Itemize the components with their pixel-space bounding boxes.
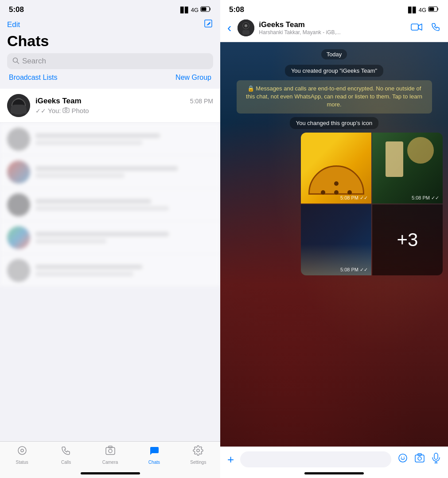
svg-rect-24 bbox=[242, 30, 249, 35]
chats-title: Chats bbox=[7, 32, 213, 50]
compose-icon[interactable] bbox=[203, 19, 213, 31]
network-label-right: 4G bbox=[419, 7, 426, 13]
chat-header-subtitle: Harshanki Takkar, Mayank - iGB,... bbox=[259, 29, 406, 35]
status-icons-left: ▊▊ 4G bbox=[180, 6, 211, 13]
chat-time: 5:08 PM bbox=[190, 98, 213, 105]
microphone-button[interactable] bbox=[431, 453, 441, 466]
check-marks-2: ✓✓ bbox=[431, 195, 439, 201]
photo-timestamp-1: 5:08 PM ✓✓ bbox=[340, 195, 368, 201]
blurred-content-3 bbox=[35, 199, 213, 211]
svg-rect-8 bbox=[14, 109, 23, 114]
svg-point-9 bbox=[17, 101, 20, 104]
blurred-content-1 bbox=[35, 133, 213, 145]
search-placeholder: Search bbox=[22, 57, 46, 66]
svg-point-25 bbox=[245, 25, 247, 27]
message-input[interactable] bbox=[240, 451, 391, 467]
svg-rect-15 bbox=[106, 447, 115, 454]
chat-header-info[interactable]: iGeeks Team Harshanki Takkar, Mayank - i… bbox=[259, 20, 406, 35]
settings-tab-icon bbox=[193, 445, 203, 458]
tab-camera[interactable]: Camera bbox=[88, 445, 132, 465]
chats-tab-icon bbox=[149, 445, 160, 458]
left-panel: 5:08 ▊▊ 4G Edit Ch bbox=[0, 0, 220, 478]
preview-text: Photo bbox=[71, 107, 89, 114]
phone-call-icon[interactable] bbox=[431, 22, 441, 34]
featured-chat-content: iGeeks Team 5:08 PM ✓✓ You: Photo bbox=[35, 97, 213, 114]
home-indicator-right bbox=[304, 472, 364, 474]
calls-tab-label: Calls bbox=[61, 460, 71, 465]
status-time-left: 5:08 bbox=[9, 5, 24, 14]
tab-status[interactable]: Status bbox=[0, 445, 44, 465]
add-attachment-button[interactable]: + bbox=[227, 453, 234, 466]
status-tab-icon bbox=[17, 445, 27, 458]
blurred-content-5 bbox=[35, 265, 213, 276]
blurred-item-3 bbox=[0, 188, 220, 221]
svg-point-31 bbox=[418, 457, 421, 460]
home-indicator-left bbox=[81, 472, 140, 474]
svg-rect-32 bbox=[418, 454, 421, 455]
blurred-content-4 bbox=[35, 232, 213, 243]
svg-point-14 bbox=[21, 449, 23, 452]
date-badge: Today bbox=[321, 49, 347, 59]
chat-header-avatar bbox=[238, 20, 254, 36]
camera-tab-label: Camera bbox=[102, 460, 118, 465]
status-bar-left: 5:08 ▊▊ 4G bbox=[0, 0, 220, 16]
edit-button[interactable]: Edit bbox=[7, 20, 20, 29]
encryption-msg[interactable]: 🔒 Messages and calls are end-to-end encr… bbox=[237, 80, 432, 114]
status-bar-right: 5:08 ▊▊ 4G bbox=[220, 0, 448, 16]
chat-preview: ✓✓ You: Photo bbox=[35, 107, 213, 114]
blurred-item-4 bbox=[0, 221, 220, 254]
settings-tab-label: Settings bbox=[190, 460, 206, 465]
camera-button[interactable] bbox=[414, 453, 425, 466]
input-actions bbox=[397, 453, 441, 466]
system-icon-msg: You changed this group's icon bbox=[290, 117, 379, 129]
chat-name: iGeeks Team bbox=[35, 97, 82, 106]
camera-preview-icon bbox=[62, 107, 70, 114]
tab-settings[interactable]: Settings bbox=[176, 445, 220, 465]
right-panel: 5:08 ▊▊ 4G ‹ iGeeks bbox=[220, 0, 448, 478]
camera-tab-icon bbox=[105, 445, 116, 458]
blurred-avatar-3 bbox=[7, 193, 30, 216]
svg-rect-20 bbox=[429, 8, 434, 11]
tab-chats[interactable]: Chats bbox=[132, 445, 176, 465]
chat-body: Today You created group "iGeeks Team" 🔒 … bbox=[220, 42, 448, 447]
photo-cell-1[interactable]: 5:08 PM ✓✓ bbox=[301, 133, 371, 204]
blurred-item-5 bbox=[0, 254, 220, 287]
svg-point-29 bbox=[404, 457, 405, 458]
photo-cell-3[interactable]: 5:08 PM ✓✓ bbox=[301, 204, 371, 275]
chat-top-row: iGeeks Team 5:08 PM bbox=[35, 97, 213, 106]
tab-calls[interactable]: Calls bbox=[44, 445, 88, 465]
video-call-icon[interactable] bbox=[411, 22, 422, 34]
svg-point-18 bbox=[197, 449, 199, 452]
calls-tab-icon bbox=[61, 445, 71, 458]
you-label: You: bbox=[48, 107, 61, 114]
featured-chat-item[interactable]: iGeeks Team 5:08 PM ✓✓ You: Photo bbox=[0, 89, 220, 123]
header-left: Edit Chats Search Broadcast Lists New G bbox=[0, 16, 220, 89]
svg-point-13 bbox=[18, 447, 26, 454]
chats-tab-label: Chats bbox=[148, 460, 160, 465]
back-button[interactable]: ‹ bbox=[227, 22, 233, 34]
blurred-content-2 bbox=[35, 166, 213, 178]
blurred-avatar-1 bbox=[7, 128, 30, 151]
status-icons-right: ▊▊ 4G bbox=[408, 6, 439, 13]
photo-cell-more[interactable]: +3 bbox=[372, 204, 443, 275]
new-group-link[interactable]: New Group bbox=[175, 74, 211, 82]
double-check-icon: ✓✓ bbox=[35, 107, 46, 114]
chat-messages: Today You created group "iGeeks Team" 🔒 … bbox=[220, 42, 448, 282]
photo-cell-2[interactable]: 5:08 PM ✓✓ bbox=[372, 133, 443, 204]
search-bar[interactable]: Search bbox=[7, 53, 213, 69]
photo-timestamp-3: 5:08 PM ✓✓ bbox=[340, 267, 368, 273]
svg-rect-10 bbox=[63, 108, 69, 113]
status-tab-label: Status bbox=[16, 460, 28, 465]
svg-line-4 bbox=[17, 62, 19, 63]
blurred-avatar-2 bbox=[7, 161, 30, 184]
sticker-button[interactable] bbox=[397, 453, 408, 466]
broadcast-lists-link[interactable]: Broadcast Lists bbox=[9, 74, 57, 82]
svg-rect-30 bbox=[415, 455, 424, 462]
blurred-avatar-5 bbox=[7, 259, 30, 282]
photo-message-bubble[interactable]: 5:08 PM ✓✓ 5:08 PM ✓✓ 5:08 PM ✓✓ bbox=[301, 133, 443, 275]
photo-more-count: +3 bbox=[397, 229, 418, 251]
svg-point-7 bbox=[16, 100, 21, 105]
photo-grid: 5:08 PM ✓✓ 5:08 PM ✓✓ 5:08 PM ✓✓ bbox=[301, 133, 443, 275]
blurred-item-2 bbox=[0, 156, 220, 188]
blurred-item-1 bbox=[0, 123, 220, 156]
